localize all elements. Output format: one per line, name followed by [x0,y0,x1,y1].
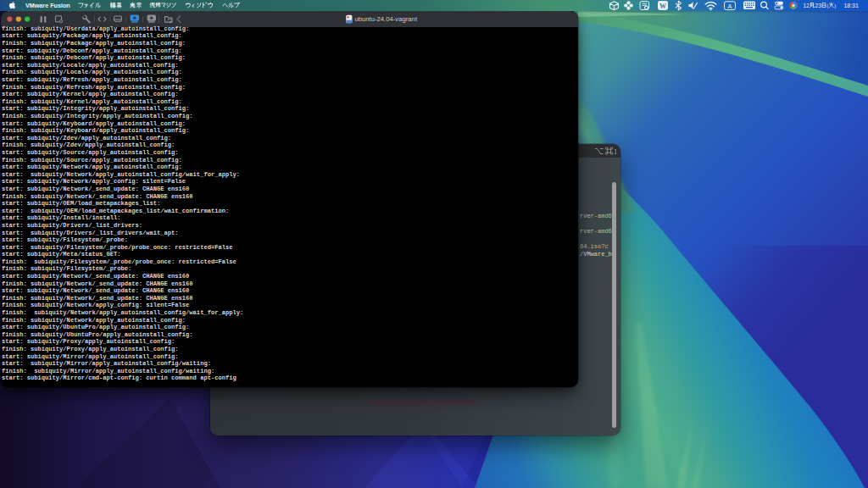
svg-text:A: A [727,3,732,10]
svg-text:12: 12 [804,3,810,8]
svg-text:23: 23 [815,3,822,8]
svg-text:18:31: 18:31 [844,3,859,8]
svg-text:VMware Fusion: VMware Fusion [25,2,70,9]
svg-text:): ) [834,3,836,8]
svg-text:1: 1 [614,147,616,156]
svg-text:(: ( [826,3,829,8]
svg-text:W: W [659,3,666,10]
